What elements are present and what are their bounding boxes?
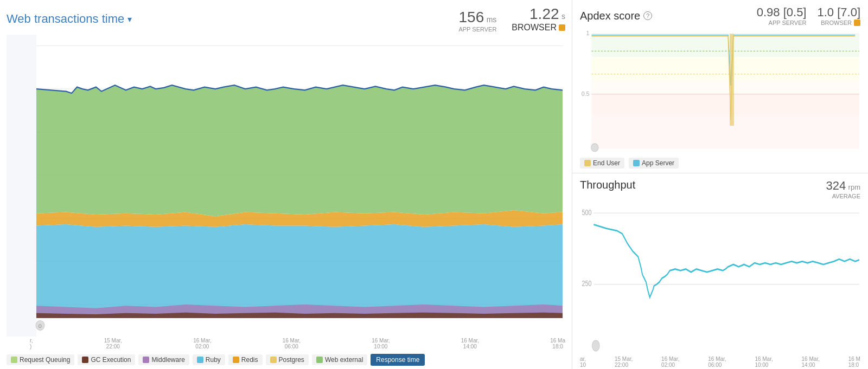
chart-stats: 156 ms APP SERVER 1.22 s BROWSER (458, 5, 565, 33)
browser-dot (559, 24, 565, 31)
svg-marker-18 (36, 85, 563, 216)
legend-color-request-queuing (11, 357, 17, 363)
legend-color-gc (82, 357, 88, 363)
legend-ruby: Ruby (193, 354, 225, 365)
browser-unit: s (561, 12, 565, 21)
svg-marker-15 (36, 224, 563, 318)
svg-text:500: 500 (582, 208, 592, 217)
svg-point-38 (592, 340, 599, 351)
legend-label-ruby: Ruby (206, 356, 221, 364)
apdex-app-server-label: APP SERVER (757, 20, 807, 26)
apdex-legend-color-app-server (633, 160, 640, 166)
app-server-stat: 156 ms APP SERVER (458, 9, 496, 33)
app-server-value: 156 (458, 9, 484, 25)
x-label-0: r,) (30, 338, 33, 349)
svg-rect-29 (591, 94, 859, 149)
x-label-6: 16 Ma18:0 (550, 338, 565, 349)
throughput-chart-svg: 500 250 (580, 202, 860, 355)
legend-label-web-external: Web external (325, 356, 363, 364)
apdex-browser-block: 1.0 [7.0] BROWSER (817, 5, 860, 26)
x-label-4: 16 Mar,10:00 (372, 338, 390, 349)
browser-label: BROWSER (512, 23, 557, 33)
x-axis-labels: r,) 15 Mar,22:00 16 Mar,02:00 16 Mar,06:… (0, 336, 572, 351)
legend-redis: Redis (228, 354, 263, 365)
legend-color-postgres (270, 357, 277, 363)
apdex-browser-label: BROWSER (817, 20, 860, 26)
throughput-x-4: 16 Mar,10:00 (755, 356, 773, 368)
apdex-section: Apdex score ? 0.98 [0.5] APP SERVER 1.0 … (572, 0, 868, 173)
legend-label-middleware: Middleware (151, 356, 184, 364)
legend-label-postgres: Postgres (279, 356, 304, 364)
apdex-app-server-value: 0.98 [0.5] (757, 5, 807, 20)
throughput-chart-area: 500 250 (580, 202, 860, 355)
apdex-app-server-block: 0.98 [0.5] APP SERVER (757, 5, 807, 26)
legend-label-request-queuing: Request Queuing (20, 356, 70, 364)
throughput-x-labels: ar,10 15 Mar,22:00 16 Mar,02:00 16 Mar,0… (580, 355, 860, 369)
apdex-legend: End User App Server (580, 158, 860, 169)
apdex-header: Apdex score ? 0.98 [0.5] APP SERVER 1.0 … (580, 5, 860, 26)
apdex-browser-value: 1.0 [7.0] (817, 5, 860, 20)
legend-color-redis (233, 357, 239, 363)
throughput-x-2: 16 Mar,02:00 (661, 356, 679, 368)
svg-text:250: 250 (582, 279, 592, 288)
apdex-legend-label-app-server: App Server (642, 159, 674, 167)
apdex-info-icon[interactable]: ? (643, 11, 652, 20)
x-label-1: 15 Mar,22:00 (104, 338, 122, 349)
right-panel: Apdex score ? 0.98 [0.5] APP SERVER 1.0 … (572, 0, 868, 369)
browser-stat: 1.22 s BROWSER (512, 5, 565, 33)
legend-bar: Request Queuing GC Execution Middleware … (0, 351, 572, 369)
legend-color-ruby (197, 357, 203, 363)
legend-web-external: Web external (312, 354, 367, 365)
throughput-unit: rpm (848, 183, 860, 191)
apdex-legend-app-server: App Server (629, 158, 679, 169)
legend-middleware: Middleware (138, 354, 189, 365)
x-label-2: 16 Mar,02:00 (193, 338, 211, 349)
chevron-icon: ▾ (127, 14, 132, 24)
apdex-legend-color-end-user (584, 160, 591, 166)
svg-point-33 (591, 144, 598, 152)
throughput-stat: 324 rpm AVERAGE (826, 179, 860, 199)
apdex-browser-dot (854, 20, 860, 26)
legend-postgres: Postgres (266, 354, 309, 365)
svg-rect-14 (7, 35, 36, 336)
browser-value: 1.22 (529, 5, 559, 22)
apdex-legend-end-user: End User (580, 158, 624, 169)
apdex-scores: 0.98 [0.5] APP SERVER 1.0 [7.0] BROWSER (757, 5, 860, 26)
app-server-label: APP SERVER (458, 26, 496, 33)
x-label-5: 16 Mar,14:00 (461, 338, 479, 349)
svg-text:1: 1 (586, 29, 590, 36)
response-time-button[interactable]: Response time (371, 354, 425, 366)
svg-rect-32 (730, 34, 734, 126)
svg-rect-26 (591, 34, 859, 57)
chart-title[interactable]: Web transactions time ▾ (7, 12, 132, 26)
throughput-header: Throughput 324 rpm AVERAGE (580, 179, 860, 199)
throughput-label: AVERAGE (826, 193, 860, 199)
apdex-legend-label-end-user: End User (593, 159, 620, 167)
apdex-chart-svg: 1 0.5 (580, 28, 860, 154)
x-label-3: 16 Mar,06:00 (283, 338, 301, 349)
svg-text:⊙: ⊙ (38, 323, 42, 329)
chart-header: Web transactions time ▾ 156 ms APP SERVE… (0, 5, 572, 35)
svg-text:0.5: 0.5 (582, 90, 590, 97)
throughput-section: Throughput 324 rpm AVERAGE 500 250 (572, 173, 868, 369)
legend-request-queuing: Request Queuing (7, 354, 74, 365)
throughput-title: Throughput (580, 179, 635, 191)
legend-label-redis: Redis (241, 356, 258, 364)
throughput-x-0: ar,10 (580, 356, 586, 368)
main-chart-area: 175 ms 150 ms 125 ms 100 ms 75 ms 50 ms … (0, 35, 572, 336)
svg-rect-27 (591, 57, 859, 80)
apdex-chart-area: 1 0.5 (580, 28, 860, 154)
throughput-x-6: 16 M18:0 (848, 356, 860, 368)
app-server-unit: ms (487, 15, 497, 24)
left-panel: Web transactions time ▾ 156 ms APP SERVE… (0, 0, 572, 369)
browser-label-row: BROWSER (512, 23, 565, 33)
throughput-x-1: 15 Mar,22:00 (615, 356, 633, 368)
legend-label-gc: GC Execution (91, 356, 131, 364)
throughput-x-5: 16 Mar,14:00 (802, 356, 820, 368)
throughput-x-3: 16 Mar,06:00 (708, 356, 726, 368)
legend-color-middleware (143, 357, 149, 363)
legend-gc-execution: GC Execution (78, 354, 135, 365)
chart-title-text: Web transactions time (7, 12, 124, 26)
apdex-title-text: Apdex score (580, 10, 640, 22)
throughput-value: 324 (826, 179, 846, 192)
